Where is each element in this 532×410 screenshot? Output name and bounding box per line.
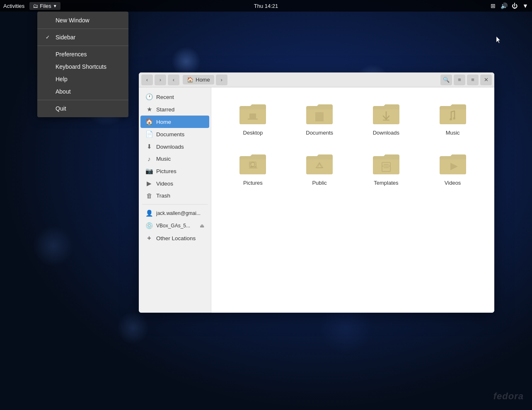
nav-back-button[interactable]: ‹	[141, 75, 153, 85]
menu-item-new-window[interactable]: New Window	[37, 14, 128, 27]
folder-label-public: Public	[312, 180, 326, 186]
templates-folder-svg	[372, 152, 400, 176]
menu-item-quit[interactable]: Quit	[37, 102, 128, 115]
folder-icon-templates	[371, 151, 401, 177]
sidebar-label-vbox: VBox_GAs_5...	[156, 223, 190, 229]
trash-icon: 🗑	[145, 192, 153, 199]
folder-icon-desktop	[238, 101, 268, 127]
breadcrumb-label: Home	[196, 77, 210, 83]
search-button[interactable]: 🔍	[440, 75, 452, 85]
menu-separator-2	[37, 46, 128, 46]
folder-item-music[interactable]: Music	[421, 96, 484, 139]
menu-item-about[interactable]: About	[37, 85, 128, 98]
desktop-folder-svg	[239, 102, 267, 126]
sidebar-label-downloads: Downloads	[156, 144, 184, 150]
starred-icon: ★	[145, 106, 153, 113]
folder-icon-pictures	[238, 151, 268, 177]
sidebar-label-documents: Documents	[156, 131, 184, 137]
power-icon[interactable]: ⏻	[511, 2, 518, 9]
home-sidebar-icon: 🏠	[145, 118, 153, 125]
sidebar-item-music[interactable]: ♪ Music	[140, 153, 209, 165]
folder-item-pictures[interactable]: Pictures	[221, 146, 285, 189]
menu-item-keyboard-shortcuts[interactable]: Keyboard Shortcuts	[37, 60, 128, 73]
sidebar-item-other-locations[interactable]: + Other Locations	[140, 232, 209, 244]
network-icon[interactable]: ⊞	[490, 2, 496, 9]
public-folder-svg	[305, 152, 334, 176]
sidebar-item-home[interactable]: 🏠 Home	[140, 116, 209, 128]
folder-icon-public	[305, 151, 334, 177]
nav-forward-button[interactable]: ›	[155, 75, 166, 85]
folder-item-videos[interactable]: Videos	[421, 146, 484, 189]
view-list-button[interactable]: ≡	[454, 75, 465, 85]
menu-label-help: Help	[56, 76, 68, 82]
breadcrumb-area: 🏠 Home ›	[183, 75, 437, 85]
svg-point-8	[450, 118, 452, 121]
menu-button[interactable]: ≡	[467, 75, 479, 85]
close-button[interactable]: ✕	[480, 75, 492, 85]
vbox-icon: 💿	[145, 222, 153, 229]
folder-label-pictures: Pictures	[243, 180, 263, 186]
clock-display: Thu 14:21	[254, 3, 278, 9]
sidebar-item-vbox[interactable]: 💿 VBox_GAs_5... ⏏	[140, 219, 209, 232]
breadcrumb-home[interactable]: 🏠 Home	[183, 75, 214, 84]
folder-item-downloads[interactable]: Downloads	[355, 96, 418, 139]
folder-icon-documents	[305, 101, 334, 127]
folder-item-public[interactable]: Public	[288, 146, 351, 189]
sidebar-label-recent: Recent	[156, 94, 174, 100]
titlebar-actions: 🔍 ≡ ≡ ✕	[440, 75, 492, 85]
sidebar-label-videos: Videos	[156, 181, 173, 187]
sidebar-label-music: Music	[156, 156, 171, 162]
videos-icon: ▶	[145, 180, 153, 187]
fm-body: 🕐 Recent ★ Starred 🏠 Home 📄 Documents ⬇ …	[139, 87, 494, 313]
menu-label-preferences: Preferences	[56, 51, 87, 58]
sidebar-label-home: Home	[156, 119, 171, 125]
files-menu-arrow: ▼	[53, 4, 57, 8]
folder-icon-downloads	[371, 101, 401, 127]
folder-item-templates[interactable]: Templates	[355, 146, 418, 189]
svg-rect-4	[317, 116, 322, 116]
pictures-icon: 📷	[145, 167, 153, 175]
nav-expand-button[interactable]: ›	[216, 75, 227, 85]
pictures-folder-svg	[239, 152, 267, 176]
sidebar-item-trash[interactable]: 🗑 Trash	[140, 190, 209, 202]
eject-icon[interactable]: ⏏	[200, 223, 204, 229]
menu-item-preferences[interactable]: Preferences	[37, 48, 128, 60]
sidebar-item-videos[interactable]: ▶ Videos	[140, 177, 209, 190]
sidebar-label-trash: Trash	[156, 193, 170, 199]
home-icon: 🏠	[187, 77, 193, 83]
volume-icon[interactable]: 🔊	[501, 2, 507, 9]
sidebar-item-starred[interactable]: ★ Starred	[140, 103, 209, 116]
fm-sidebar: 🕐 Recent ★ Starred 🏠 Home 📄 Documents ⬇ …	[139, 87, 211, 313]
sidebar-label-account: jack.wallen@gmai...	[156, 210, 201, 216]
menu-item-help[interactable]: Help	[37, 73, 128, 85]
sidebar-item-downloads[interactable]: ⬇ Downloads	[140, 140, 209, 153]
topbar-left: Activities 🗂 Files ▼	[3, 2, 60, 10]
system-menu-arrow[interactable]: ▼	[522, 2, 529, 9]
sidebar-separator	[142, 204, 208, 205]
sidebar-label-starred: Starred	[156, 106, 174, 113]
folder-label-desktop: Desktop	[243, 130, 263, 136]
menu-item-sidebar[interactable]: ✓ Sidebar	[37, 31, 128, 43]
activities-button[interactable]: Activities	[3, 3, 24, 9]
sidebar-label-pictures: Pictures	[156, 168, 177, 174]
files-app-icon: 🗂	[33, 3, 38, 9]
sidebar-item-pictures[interactable]: 📷 Pictures	[140, 165, 209, 177]
music-icon: ♪	[145, 155, 153, 162]
sidebar-item-recent[interactable]: 🕐 Recent	[140, 91, 209, 103]
folder-icon-music	[438, 101, 468, 127]
svg-rect-3	[317, 114, 322, 115]
nav-parent-button[interactable]: ‹	[168, 75, 179, 85]
topbar: Activities 🗂 Files ▼ Thu 14:21 ⊞ 🔊 ⏻ ▼	[0, 0, 532, 12]
file-manager-window: ‹ › ‹ 🏠 Home › 🔍 ≡ ≡ ✕ 🕐 Recent ★ St	[139, 72, 494, 313]
menu-separator-3	[37, 100, 128, 100]
sidebar-item-account[interactable]: 👤 jack.wallen@gmai...	[140, 207, 209, 219]
files-menu-button[interactable]: 🗂 Files ▼	[29, 2, 60, 10]
folder-item-documents[interactable]: Documents	[288, 96, 351, 139]
folder-label-templates: Templates	[374, 180, 398, 186]
documents-icon: 📄	[145, 130, 153, 138]
fm-main-area: Desktop Documents	[211, 87, 494, 313]
sidebar-item-documents[interactable]: 📄 Documents	[140, 128, 209, 140]
sidebar-label-other-locations: Other Locations	[156, 235, 196, 241]
folder-item-desktop[interactable]: Desktop	[221, 96, 285, 139]
svg-point-9	[453, 117, 455, 120]
